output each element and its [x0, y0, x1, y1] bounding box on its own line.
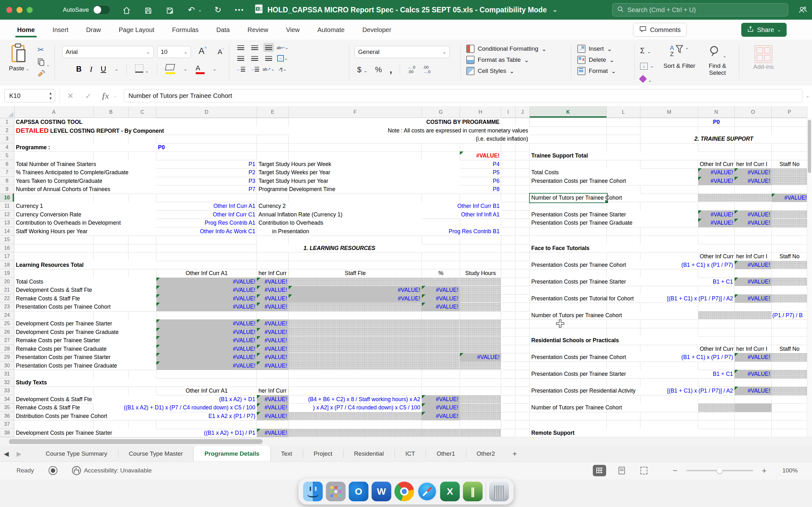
cell-A22[interactable]: Remake Costs & Staff Fte	[14, 294, 156, 303]
bold-button[interactable]: B	[76, 65, 82, 73]
cell-A7[interactable]: % Trainees Anticipated to Complete/Gradu…	[14, 168, 156, 177]
cell-F28[interactable]	[289, 345, 422, 353]
row-header-26[interactable]: 26	[0, 328, 14, 337]
row-header-16[interactable]: 16	[0, 244, 14, 252]
cell-P7[interactable]	[772, 168, 807, 177]
cell-G35[interactable]: #VALUE!	[422, 403, 460, 412]
row-header-36[interactable]: 36	[0, 412, 14, 420]
ribbon-tab-draw[interactable]: Draw	[86, 20, 102, 39]
cell-A18[interactable]: Learning Resources Total	[14, 261, 156, 269]
cell-A13[interactable]: Contribution to Overheads in Development	[14, 219, 156, 227]
cell-F26[interactable]	[289, 328, 422, 337]
sheet-tabs-prev-icon[interactable]: ◀	[0, 446, 13, 462]
cell-M18[interactable]: (B1 + C1) x (P1 / P7)	[641, 261, 734, 269]
cell-O33[interactable]: #VALUE!	[734, 387, 772, 395]
cell-D38[interactable]: ((B1 x A2) + D1) / P1	[156, 429, 257, 437]
cell-N20[interactable]: B1 + C1	[698, 278, 734, 286]
cell-A25[interactable]: Development Costs per Trainee Starter	[14, 320, 156, 328]
percent-format-button[interactable]: %	[375, 65, 382, 74]
cell-N6[interactable]: Other Inf Curr	[698, 160, 734, 169]
dock-icon-word[interactable]: W	[372, 482, 392, 501]
font-name-select[interactable]: Arial⌄	[62, 46, 154, 58]
horizontal-scrollbar-thumb[interactable]	[9, 439, 263, 444]
cell-H25[interactable]	[460, 320, 501, 328]
cell-G14[interactable]: Prog Res Contrib B1	[422, 227, 501, 236]
cell-O35[interactable]	[734, 403, 772, 412]
cell-K22[interactable]: Presentation Costs per Tutorial for Coho…	[530, 294, 641, 303]
accessibility-status[interactable]: Accessibility: Unavailable	[72, 462, 152, 480]
cell-A14[interactable]: Staff Working Hours per Year	[14, 227, 156, 236]
cell-K12[interactable]: Presentation Costs per Trainee Starter	[530, 210, 698, 219]
merge-center-icon[interactable]: ↔⌄	[277, 54, 288, 63]
font-size-select[interactable]: 10⌄	[157, 46, 191, 58]
cell-F20[interactable]	[289, 278, 422, 286]
column-header-C[interactable]: C	[129, 106, 156, 118]
autosum-button[interactable]: Σ ⌄	[640, 44, 654, 58]
ribbon-tab-home[interactable]: Home	[16, 20, 36, 39]
people-icon[interactable]	[798, 5, 808, 16]
cell-H9[interactable]: P8	[460, 185, 501, 193]
orientation-icon[interactable]: ab↗ ⌄	[263, 64, 274, 74]
conditional-formatting-button[interactable]: Conditional Formatting⌄	[466, 45, 547, 53]
decrease-indent-icon[interactable]: ←	[235, 64, 246, 74]
row-header-23[interactable]: 23	[0, 302, 14, 311]
search-input[interactable]: Search (Cmd + Ctrl + U)	[612, 3, 788, 16]
cell-H27[interactable]	[460, 336, 501, 345]
row-header-11[interactable]: 11	[0, 202, 14, 210]
page-break-view-button[interactable]	[637, 465, 651, 476]
copy-button[interactable]: ⌄	[38, 58, 50, 67]
row-header-25[interactable]: 25	[0, 320, 14, 328]
cell-E27[interactable]: #VALUE!	[257, 336, 289, 345]
cell-A29[interactable]: Presentation Costs per Trainee Starter	[14, 353, 156, 361]
cell-H6[interactable]: P4	[460, 160, 501, 169]
cell-P13[interactable]	[772, 219, 807, 227]
cell-K29[interactable]: Presentation Costs per Trainee Cohort	[530, 353, 641, 361]
cell-F29[interactable]	[289, 353, 422, 361]
cell-H26[interactable]	[460, 328, 501, 337]
number-format-select[interactable]: General⌄	[355, 46, 450, 58]
cell-H35[interactable]	[460, 403, 501, 412]
cell-G34[interactable]: #VALUE!	[422, 395, 460, 404]
cell-K8[interactable]: Presentation Costs per Trainee Cohort	[530, 177, 698, 185]
row-header-27[interactable]: 27	[0, 336, 14, 345]
row-header-14[interactable]: 14	[0, 227, 14, 236]
cell-E34[interactable]: #VALUE!	[257, 395, 289, 404]
cell-D26[interactable]: #VALUE!	[156, 328, 257, 337]
cell-N35[interactable]	[698, 403, 734, 412]
ribbon-tab-automate[interactable]: Automate	[317, 20, 345, 39]
cell-O18[interactable]: #VALUE!	[734, 261, 772, 269]
cell-P29[interactable]	[772, 353, 807, 361]
cell-A38[interactable]: Development Costs per Trainee Starter	[14, 429, 156, 437]
dock-icon-chrome[interactable]	[395, 482, 414, 501]
cell-D23[interactable]: #VALUE!	[156, 302, 257, 311]
zoom-window-button[interactable]	[27, 7, 33, 13]
cell-F21[interactable]: #VALUE!	[289, 286, 422, 294]
cell-D29[interactable]: #VALUE!	[156, 353, 257, 361]
cell-D20[interactable]: #VALUE!	[156, 278, 257, 286]
cell-F23[interactable]	[289, 302, 422, 311]
cell-H21[interactable]	[460, 286, 501, 294]
cell-G23[interactable]: #VALUE!	[422, 302, 460, 311]
cell-N12[interactable]: #VALUE!	[698, 210, 734, 219]
cell-E12[interactable]: Annual Inflation Rate (Currency 1)	[257, 210, 422, 219]
cell-H38[interactable]	[460, 429, 501, 437]
cell-G25[interactable]	[422, 320, 460, 328]
cell-D6[interactable]: P1	[156, 160, 257, 169]
cell-O20[interactable]: #VALUE!	[734, 278, 772, 286]
cell-F38[interactable]	[289, 429, 422, 437]
row-header-38[interactable]: 38	[0, 429, 14, 437]
align-left-icon[interactable]	[235, 54, 246, 63]
cell-A4[interactable]: Programme :	[14, 143, 156, 152]
zoom-slider[interactable]	[687, 470, 753, 471]
horizontal-scrollbar[interactable]	[0, 437, 812, 446]
column-header-J[interactable]: J	[515, 106, 530, 118]
delete-cells-button[interactable]: x Delete⌄	[577, 56, 616, 64]
cell-E38[interactable]: #VALUE!	[257, 429, 289, 437]
save-as-icon[interactable]	[164, 0, 175, 20]
cell-P31[interactable]	[772, 370, 807, 378]
row-header-34[interactable]: 34	[0, 395, 14, 404]
wrap-text-icon[interactable]: ab↩ ⌄	[277, 43, 288, 52]
title-chevron-icon[interactable]: ⌄	[553, 6, 557, 13]
cell-A27[interactable]: Remake Costs per Trainee Starter	[14, 336, 156, 345]
comma-format-button[interactable]: ,	[390, 64, 392, 75]
